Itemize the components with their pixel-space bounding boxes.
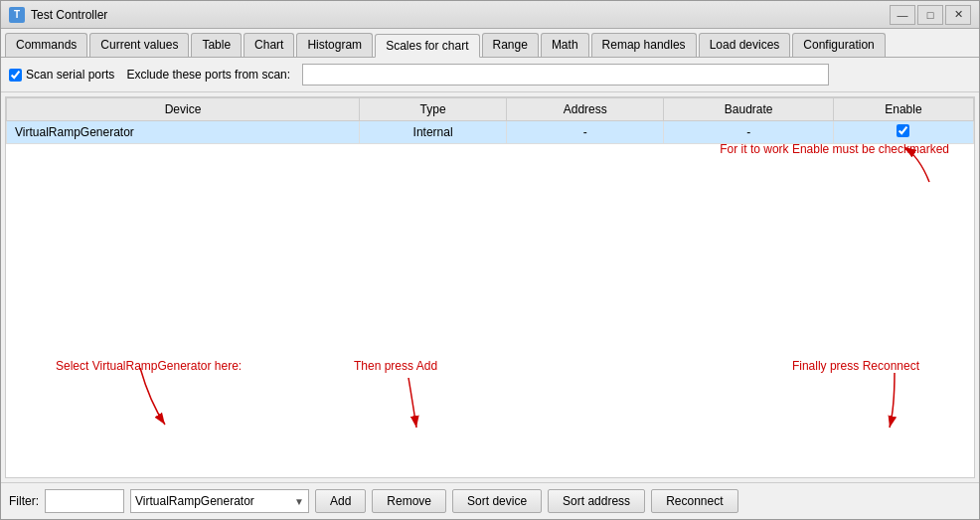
tab-bar: Commands Current values Table Chart Hist… <box>1 29 979 58</box>
tab-chart[interactable]: Chart <box>244 33 294 57</box>
reconnect-button[interactable]: Reconnect <box>651 489 737 513</box>
toolbar: Scan serial ports Exclude these ports fr… <box>1 58 979 92</box>
tab-math[interactable]: Math <box>541 33 589 57</box>
col-enable: Enable <box>833 98 973 121</box>
tab-configuration[interactable]: Configuration <box>792 33 885 57</box>
window-title: Test Controller <box>31 8 890 22</box>
tab-load-devices[interactable]: Load devices <box>699 33 791 57</box>
col-baudrate: Baudrate <box>664 98 833 121</box>
tab-current-values[interactable]: Current values <box>89 33 189 57</box>
bottom-bar: Filter: VirtualRampGenerator ▼ Add Remov… <box>1 482 979 519</box>
tab-table[interactable]: Table <box>191 33 242 57</box>
cell-device: VirtualRampGenerator <box>7 121 360 144</box>
sort-address-button[interactable]: Sort address <box>548 489 645 513</box>
cell-address: - <box>507 121 664 144</box>
scan-ports-checkbox[interactable] <box>9 69 22 82</box>
tab-histogram[interactable]: Histogram <box>296 33 373 57</box>
main-window: T Test Controller — □ ✕ Commands Current… <box>0 0 980 520</box>
cell-enable[interactable] <box>833 121 973 144</box>
device-dropdown[interactable]: VirtualRampGenerator ▼ <box>130 489 309 513</box>
maximize-button[interactable]: □ <box>917 5 943 25</box>
filter-label: Filter: <box>9 494 39 508</box>
sort-device-button[interactable]: Sort device <box>452 489 542 513</box>
scan-ports-label[interactable]: Scan serial ports <box>9 68 114 82</box>
filter-input[interactable] <box>45 489 124 513</box>
device-table-container: Device Type Address Baudrate Enable Virt… <box>5 96 975 478</box>
device-dropdown-value: VirtualRampGenerator <box>135 494 254 508</box>
tab-commands[interactable]: Commands <box>5 33 87 57</box>
dropdown-arrow-icon: ▼ <box>294 496 304 507</box>
tab-range[interactable]: Range <box>482 33 539 57</box>
enable-checkbox[interactable] <box>897 124 909 137</box>
cell-baudrate: - <box>664 121 833 144</box>
minimize-button[interactable]: — <box>890 5 915 25</box>
table-row[interactable]: VirtualRampGenerator Internal - - <box>7 121 974 144</box>
cell-type: Internal <box>360 121 507 144</box>
device-table: Device Type Address Baudrate Enable Virt… <box>6 97 974 144</box>
add-button[interactable]: Add <box>315 489 366 513</box>
col-type: Type <box>360 98 507 121</box>
remove-button[interactable]: Remove <box>372 489 446 513</box>
close-button[interactable]: ✕ <box>945 5 971 25</box>
exclude-input[interactable] <box>302 64 829 86</box>
main-content: Device Type Address Baudrate Enable Virt… <box>1 92 979 482</box>
app-icon: T <box>9 7 25 23</box>
tab-scales-for-chart[interactable]: Scales for chart <box>375 34 479 58</box>
exclude-label: Exclude these ports from scan: <box>126 68 290 82</box>
tab-remap-handles[interactable]: Remap handles <box>591 33 697 57</box>
col-device: Device <box>7 98 360 121</box>
col-address: Address <box>507 98 664 121</box>
title-bar: T Test Controller — □ ✕ <box>1 1 979 29</box>
title-buttons: — □ ✕ <box>890 5 971 25</box>
